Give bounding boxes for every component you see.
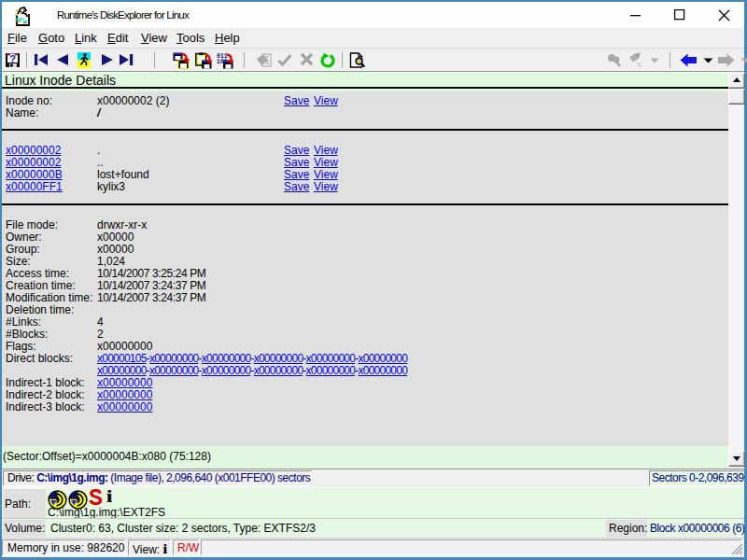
svg-text:?: ? [9,53,16,64]
